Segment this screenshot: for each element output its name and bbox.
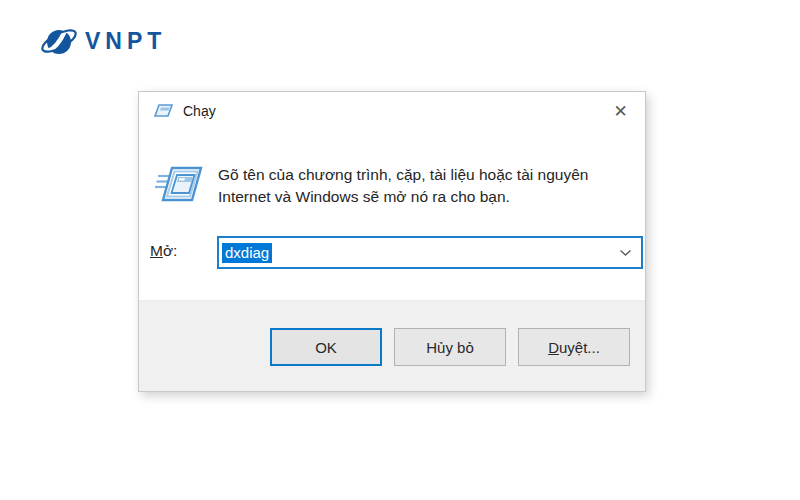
dialog-titlebar[interactable]: Chạy ✕ <box>139 92 645 130</box>
vnpt-logo: VNPT <box>40 22 166 60</box>
run-dialog: Chạy ✕ Gõ tên của chương trình, cặp, tài… <box>138 91 646 392</box>
open-label-rest: ở: <box>163 242 177 259</box>
run-window-icon <box>154 160 204 212</box>
chevron-down-icon[interactable] <box>619 249 632 257</box>
cancel-button[interactable]: Hủy bỏ <box>394 328 506 366</box>
dialog-title: Chạy <box>183 103 216 119</box>
description-line-2: Internet và Windows sẽ mở nó ra cho bạn. <box>218 186 588 208</box>
vnpt-logo-text: VNPT <box>85 28 166 55</box>
browse-button[interactable]: Duyệt... <box>518 328 630 366</box>
run-window-small-icon <box>153 103 174 119</box>
open-input-selected-text: dxdiag <box>222 243 272 263</box>
open-label-accesskey: M <box>150 242 163 259</box>
description-line-1: Gõ tên của chương trình, cặp, tài liệu h… <box>218 164 588 186</box>
browse-button-rest: uyệt... <box>559 339 600 356</box>
close-button[interactable]: ✕ <box>596 92 645 130</box>
vnpt-globe-icon <box>40 22 78 60</box>
close-icon: ✕ <box>613 103 627 120</box>
open-input[interactable]: dxdiag <box>217 236 643 269</box>
open-label: Mở: <box>150 242 177 260</box>
page: { "brand": { "name": "VNPT", "color": "#… <box>0 0 800 500</box>
ok-button[interactable]: OK <box>270 328 382 366</box>
dialog-description: Gõ tên của chương trình, cặp, tài liệu h… <box>218 164 588 208</box>
browse-button-accesskey: D <box>548 339 559 356</box>
dialog-footer: OK Hủy bỏ Duyệt... <box>139 300 645 391</box>
